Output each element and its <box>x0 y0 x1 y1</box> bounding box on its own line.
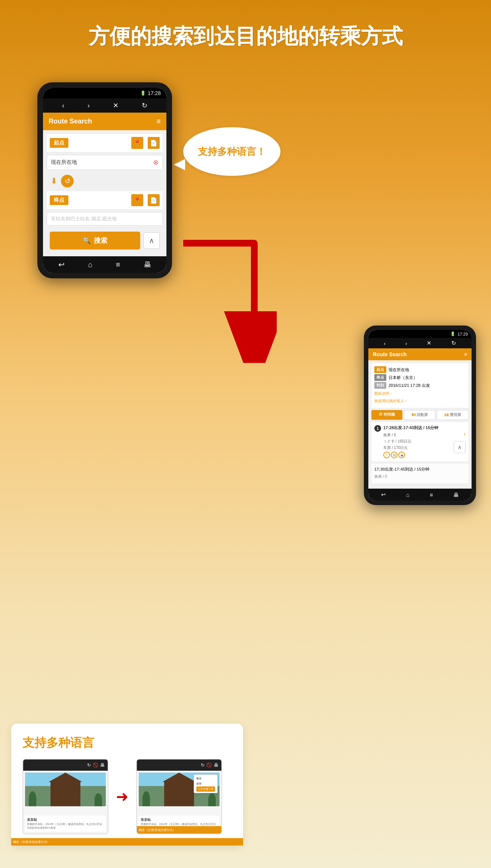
search-button[interactable]: 🔍 搜索 <box>50 232 140 250</box>
count-tab-label: 回数票 <box>417 413 428 417</box>
destination-input[interactable]: 车站名和巴士站名,酒店,观光地 <box>47 212 163 226</box>
count-tab-icon: 🎫 <box>411 413 416 417</box>
hamburger-icon-large[interactable]: ≡ <box>156 117 161 126</box>
up-btn-small-1[interactable]: ∧ <box>454 441 466 453</box>
search-label: 搜索 <box>94 236 107 245</box>
time-icon-1: ⏱ <box>383 452 390 458</box>
print-icon-small[interactable]: 🖶 <box>453 492 459 498</box>
menu-icon-small[interactable]: ≡ <box>430 492 433 498</box>
print-icon-large[interactable]: 🖶 <box>144 260 151 269</box>
screenshot-2-header: ↻ 🚫 🖶 <box>137 760 221 771</box>
start-doc-icon[interactable]: 📄 <box>148 137 160 149</box>
result-1-ticket: 车票 / 170日元 <box>383 445 454 450</box>
nav-bar-small: ‹ › ✕ ↻ <box>368 338 472 348</box>
hamburger-icon-small[interactable]: ≡ <box>464 351 467 357</box>
clear-location-btn[interactable]: ⊗ <box>153 158 159 166</box>
screenshot-1-header: ↻ 🚫 🖶 <box>23 760 108 771</box>
context-popup: 概述 接替 公共交通工具 <box>194 774 218 793</box>
end-pin-icon[interactable]: 📍 <box>131 194 143 206</box>
current-location-input[interactable]: 现在所在地 ⊗ <box>47 155 163 170</box>
nav-bar-large: ‹ › ✕ ↻ <box>43 98 166 113</box>
time-tab-icon: ⏱ <box>379 412 383 416</box>
bottom-card-title: 支持多种语言 <box>22 735 232 751</box>
screenshot-2-block: 🚫 <box>206 762 212 768</box>
start-pin-icon[interactable]: 📍 <box>131 137 143 149</box>
up-button-large[interactable]: ∧ <box>143 232 160 249</box>
result-2-transfer: 换乘 / 0 <box>374 474 466 479</box>
speech-bubble-text: 支持多种语言！ <box>198 145 266 158</box>
first-time-link[interactable]: 致使用纪稿的客人 › <box>374 397 466 405</box>
nav-refresh-large[interactable]: ↻ <box>142 101 147 110</box>
header-title: 方便的搜索到达目的地的转乘方式 <box>0 0 491 62</box>
home-icon-large[interactable]: ⌂ <box>88 260 92 269</box>
result-1-number: 1 <box>374 425 381 432</box>
screenshot-1-image <box>25 773 106 806</box>
result-card-2: 17:30出发-17:45到达 / 15分钟 换乘 / 0 <box>371 464 469 483</box>
status-bar-small: 🔋 17:29 <box>368 330 472 338</box>
end-value-small: 日本桥（东京） <box>389 375 417 380</box>
chevron-right-1[interactable]: › <box>464 431 466 437</box>
red-arrow <box>179 213 277 363</box>
nav-forward-large[interactable]: › <box>88 102 90 110</box>
tab-time[interactable]: ⏱ 时间顺 <box>371 410 402 420</box>
battery-icon-small: 🔋 <box>450 331 455 336</box>
screenshot-1-block: 🚫 <box>93 762 98 768</box>
result-card-1: 1 17:28出发-17:43到达 / 15分钟 换乘 / 0 ＩＣ卡 / 16… <box>371 422 469 461</box>
speech-bubble: 支持多种语言！ <box>183 127 280 176</box>
result-tabs: ⏱ 时间顺 🎫 回数票 💴 费用票 <box>371 410 469 420</box>
result-1-transfer: 换乘 / 0 <box>383 433 454 438</box>
nav-back-small[interactable]: ‹ <box>384 340 386 346</box>
end-doc-icon[interactable]: 📄 <box>148 194 160 206</box>
screenshot-2-content: 概述 接替 公共交通工具 概述（交通/其他交通方式） 东京站 首都的中央站。19… <box>137 771 221 834</box>
results-content: 起点 现在所在地 终点 日本桥（东京） 时刻 2016/11/21 17:28 … <box>368 360 472 489</box>
status-time-small: 17:29 <box>457 332 468 336</box>
search-icon: 🔍 <box>83 236 91 245</box>
time-value-small: 2016/11/21 17:28 出发 <box>389 383 430 388</box>
down-arrows-icon: ⬇ <box>50 176 57 186</box>
end-row: 终点 📍 📄 <box>47 191 163 209</box>
legend-link[interactable]: 图标说明 › <box>374 390 466 397</box>
route-info: 起点 现在所在地 终点 日本桥（东京） 时刻 2016/11/21 17:28 … <box>371 363 469 408</box>
start-value-small: 现在所在地 <box>389 367 409 373</box>
fare-tab-icon: 💴 <box>444 413 449 417</box>
start-badge-small: 起点 <box>374 366 386 373</box>
app-title-large: Route Search <box>49 117 92 125</box>
search-row: 🔍 搜索 ∧ <box>47 229 163 253</box>
tab-count[interactable]: 🎫 回数票 <box>404 410 436 420</box>
transfer-icon-1: 🔄 <box>391 452 398 458</box>
app-header-large: Route Search ≡ <box>43 113 166 130</box>
nav-close-large[interactable]: ✕ <box>113 101 119 110</box>
nav-refresh-small[interactable]: ↻ <box>451 340 456 346</box>
bottom-card-screenshots: ↻ 🚫 🖶 概述（交通/其他交通方式） <box>22 759 232 834</box>
swap-row: ⬇ ↺ <box>47 173 163 191</box>
bottom-bar-small: ↩ ⌂ ≡ 🖶 <box>368 489 472 501</box>
time-badge-small: 时刻 <box>374 382 386 389</box>
result-1-ic: ＩＣ卡 / 165日元 <box>383 439 454 444</box>
screenshot-1-refresh: ↻ <box>87 762 91 768</box>
screenshot-1-print: 🖶 <box>100 762 105 768</box>
screenshot-1-content: 概述（交通/其他交通方式） 东京站 首都的中央站。1914年（大正3年）建成开始… <box>23 771 108 834</box>
result-2-header: 17:30出发-17:45到达 / 15分钟 <box>374 467 466 472</box>
swap-button[interactable]: ↺ <box>61 175 74 187</box>
train-icon-1: 🚂 <box>398 452 405 458</box>
status-bar-large: 🔋 17:28 <box>43 88 166 98</box>
fare-tab-label: 费用票 <box>450 413 461 417</box>
phone-large: 🔋 17:28 ‹ › ✕ ↻ Route Search ≡ 起点 📍 📄 <box>37 82 172 278</box>
status-time-large: 17:28 <box>148 90 161 96</box>
home-icon-small[interactable]: ⌂ <box>406 492 409 498</box>
back-icon-large[interactable]: ↩ <box>58 260 65 269</box>
screenshot-1-text: 东京站 首都的中央站。1914年（大正3年）建成开始营业。丸之内口开业当初的车站… <box>25 816 106 832</box>
menu-icon-large[interactable]: ≡ <box>116 260 120 269</box>
phone-small: 🔋 17:29 ‹ › ✕ ↻ Route Search ≡ 起点 现在所在地 … <box>364 326 476 505</box>
tab-fare[interactable]: 💴 费用票 <box>437 410 469 420</box>
popup-option-3: 公共交通工具 <box>196 786 215 792</box>
nav-close-small[interactable]: ✕ <box>427 340 432 346</box>
battery-icon: 🔋 <box>140 91 146 96</box>
screenshots-arrow: ➜ <box>116 788 129 805</box>
nav-forward-small[interactable]: › <box>405 340 407 346</box>
screenshot-1: ↻ 🚫 🖶 概述（交通/其他交通方式） <box>22 759 108 834</box>
back-icon-small[interactable]: ↩ <box>381 491 386 498</box>
start-row: 起点 📍 📄 <box>47 134 163 152</box>
nav-back-large[interactable]: ‹ <box>62 102 64 110</box>
screenshot-2-orange-bar: 概述（交通/其他交通方式） <box>137 826 221 834</box>
